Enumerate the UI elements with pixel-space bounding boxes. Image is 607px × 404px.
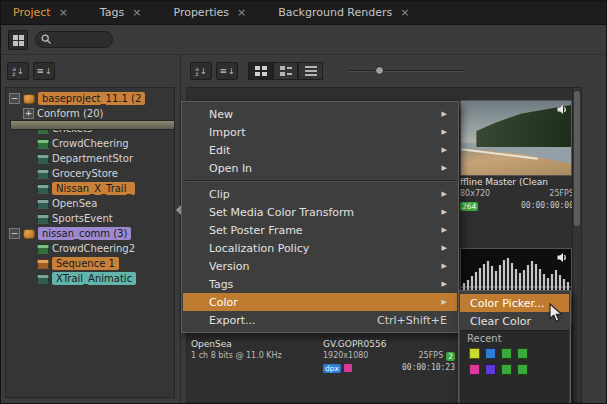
clip-title: GV.GOPR0556: [323, 338, 455, 350]
menu-item-import[interactable]: Import▶: [183, 123, 457, 141]
bin-scrollbar[interactable]: [572, 88, 581, 402]
submenu-arrow-icon: ▶: [442, 244, 447, 252]
tag-chip: [344, 364, 352, 372]
tree-item-nissan-comm[interactable]: − nissan_comm (3): [6, 226, 174, 241]
tree-item-label: GroceryStore: [52, 168, 118, 179]
count-badge: 2: [446, 352, 455, 361]
menu-item-set-poster-frame[interactable]: Set Poster Frame▶: [183, 221, 457, 239]
view-list-button[interactable]: [298, 62, 323, 80]
recent-color-swatch[interactable]: [517, 364, 528, 375]
sort-z-glyph: z: [195, 71, 199, 76]
recent-color-swatch[interactable]: [469, 348, 480, 359]
details-view-icon: [280, 66, 292, 76]
sort-order-button[interactable]: ≡ ↓: [33, 62, 55, 80]
context-menu: New▶ Import▶ Edit▶ Open In▶ Clip▶ Set Me…: [181, 101, 459, 333]
tree-toolbar: az ↓ ≡ ↓: [7, 62, 55, 80]
tree-item-departmentstore[interactable]: DepartmentStor: [6, 151, 174, 166]
menu-item-export[interactable]: Export...Ctrl+Shift+E: [183, 311, 457, 329]
clip-timecode: 00:00:10:23: [402, 362, 455, 374]
menu-item-clear-color[interactable]: Clear Color: [460, 312, 569, 330]
close-icon[interactable]: ×: [132, 7, 141, 18]
sort-alpha-button[interactable]: az ↓: [190, 62, 212, 80]
menu-item-open-in[interactable]: Open In▶: [183, 159, 457, 177]
bin-toolbar: az ↓ ≡ ↓: [190, 62, 465, 80]
tree-item-xtrail-animatic[interactable]: XTrail_Animatic: [6, 271, 174, 286]
recent-color-swatch[interactable]: [485, 348, 496, 359]
search-icon: [41, 34, 52, 45]
tree-item-sequence1[interactable]: Sequence 1: [6, 256, 174, 271]
close-icon[interactable]: ×: [237, 7, 246, 18]
format-badge: dpx: [323, 364, 341, 373]
submenu-arrow-icon: ▶: [442, 128, 447, 136]
clip-thumbnail: [460, 100, 572, 176]
tree-item-label: XTrail_Animatic: [52, 272, 136, 285]
tree-item-crowdcheering[interactable]: CrowdCheering: [6, 136, 174, 151]
search-input[interactable]: [55, 34, 112, 45]
tab-project[interactable]: Project ×: [5, 1, 78, 25]
tree-item-grocerystore[interactable]: GroceryStore: [6, 166, 174, 181]
clip-title: OpenSea: [191, 338, 316, 350]
tree-item-sportsevent[interactable]: SportsEvent: [6, 211, 174, 226]
clip-card-offline-master[interactable]: ffline Master (Clean 80x720 25FPS 264 00…: [460, 100, 574, 212]
menu-item-set-media-color-transform[interactable]: Set Media Color Transform▶: [183, 203, 457, 221]
menu-item-version[interactable]: Version▶: [183, 257, 457, 275]
menu-item-color[interactable]: Color▶: [183, 293, 457, 311]
menu-item-tags[interactable]: Tags▶: [183, 275, 457, 293]
submenu-arrow-icon: ▶: [442, 226, 447, 234]
tree-item-nissan-x-trail[interactable]: Nissan_X_Trail_: [6, 181, 174, 196]
tree-item-crowdcheering2[interactable]: CrowdCheering2: [6, 241, 174, 256]
speaker-icon: [557, 104, 568, 115]
clip-icon: [37, 199, 49, 209]
recent-color-swatch[interactable]: [501, 348, 512, 359]
audio-clip-icon: [37, 139, 49, 149]
submenu-arrow-icon: ▶: [442, 208, 447, 216]
menu-item-color-picker[interactable]: Color Picker...: [460, 294, 569, 312]
recent-label: Recent: [460, 331, 569, 347]
slider-track[interactable]: [349, 70, 465, 72]
menu-separator: [185, 180, 455, 182]
workspace-layout-button[interactable]: [8, 30, 28, 50]
tab-properties[interactable]: Properties ×: [165, 1, 256, 25]
menu-item-clip[interactable]: Clip▶: [183, 185, 457, 203]
clip-card-gopro[interactable]: GV.GOPR0556 1920x1080 25FPS 2 dpx 00:00:…: [323, 338, 455, 374]
menu-item-edit[interactable]: Edit▶: [183, 141, 457, 159]
scrollbar-thumb[interactable]: [574, 91, 580, 226]
recent-color-swatch[interactable]: [501, 364, 512, 375]
submenu-arrow-icon: ▶: [442, 262, 447, 270]
sort-order-button[interactable]: ≡ ↓: [216, 62, 238, 80]
menu-item-localization-policy[interactable]: Localization Policy▶: [183, 239, 457, 257]
clip-card-opensea[interactable]: OpenSea 1 ch 8 bits @ 11.0 KHz: [191, 338, 316, 362]
tree-expand-toggle[interactable]: +: [23, 108, 34, 119]
view-details-button[interactable]: [273, 62, 298, 80]
submenu-arrow-icon: ▶: [442, 146, 447, 154]
recent-color-swatch[interactable]: [485, 364, 496, 375]
list-lines-icon: ≡: [36, 66, 44, 76]
tree-item-opensea[interactable]: OpenSea: [6, 196, 174, 211]
tree-collapse-toggle[interactable]: −: [9, 228, 20, 239]
tree-collapse-toggle[interactable]: −: [9, 93, 20, 104]
sort-alpha-button[interactable]: az ↓: [7, 62, 29, 80]
sort-arrow-icon: ↓: [200, 67, 207, 76]
sort-arrow-icon: ↓: [17, 67, 24, 76]
grid-icon: [13, 35, 24, 46]
thumbnail-size-slider[interactable]: [349, 62, 465, 80]
menu-item-new[interactable]: New▶: [183, 105, 457, 123]
project-icon: [23, 94, 35, 104]
tree-item-conform[interactable]: + Conform (20): [6, 106, 174, 121]
app-window: Project × Tags × Properties × Background…: [0, 0, 607, 404]
recent-color-swatch[interactable]: [469, 364, 480, 375]
clip-icon: [37, 274, 49, 284]
tree-item-label: CrowdCheering: [52, 138, 129, 149]
close-icon[interactable]: ×: [400, 7, 409, 18]
slider-thumb[interactable]: [375, 66, 384, 75]
recent-colors-grid: [460, 347, 569, 375]
thumbnails-view-icon: [255, 66, 267, 76]
tree-item-label: Nissan_X_Trail_: [52, 182, 135, 195]
tab-background-renders[interactable]: Background Renders ×: [270, 1, 419, 25]
submenu-arrow-icon: ▶: [442, 164, 447, 172]
close-icon[interactable]: ×: [59, 7, 68, 18]
tree-item-baseproject[interactable]: − baseproject_11.1 (2: [6, 91, 174, 106]
recent-color-swatch[interactable]: [517, 348, 528, 359]
view-thumbnails-button[interactable]: [248, 62, 273, 80]
tab-tags[interactable]: Tags ×: [92, 1, 152, 25]
